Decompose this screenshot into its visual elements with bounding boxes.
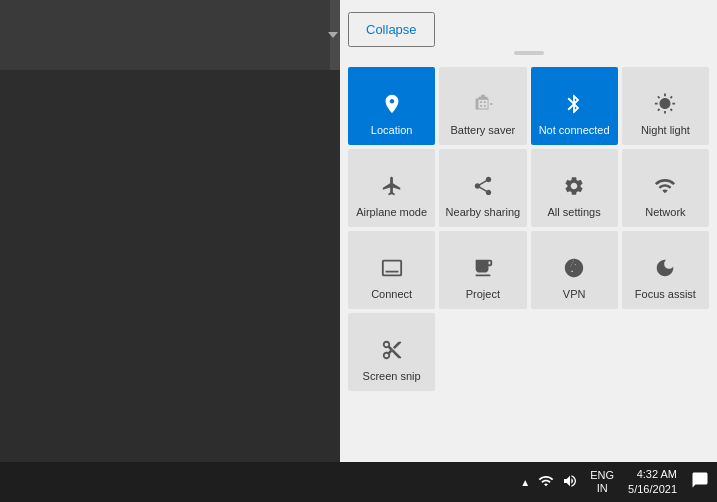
location-label: Location bbox=[371, 124, 413, 137]
tile-connect[interactable]: Connect bbox=[348, 231, 435, 309]
network-label: Network bbox=[645, 206, 685, 219]
all-settings-label: All settings bbox=[548, 206, 601, 219]
taskbar-language[interactable]: ENG IN bbox=[586, 469, 618, 495]
night-light-icon bbox=[654, 90, 676, 118]
tile-nearby-sharing[interactable]: Nearby sharing bbox=[439, 149, 526, 227]
battery-saver-icon bbox=[472, 90, 494, 118]
vpn-icon bbox=[563, 254, 585, 282]
taskbar-right-area: ▲ ENG IN 4:32 AM 5/16/2021 bbox=[520, 467, 713, 498]
tile-vpn[interactable]: VPN bbox=[531, 231, 618, 309]
scrollbar[interactable] bbox=[330, 0, 340, 70]
tile-not-connected[interactable]: Not connected bbox=[531, 67, 618, 145]
tile-screen-snip[interactable]: Screen snip bbox=[348, 313, 435, 391]
taskbar-notification-icon[interactable] bbox=[687, 469, 713, 495]
taskbar-time-display: 4:32 AM bbox=[637, 467, 677, 482]
taskbar-lang-label: ENG bbox=[590, 469, 614, 482]
drag-handle bbox=[514, 51, 544, 55]
nearby-sharing-icon bbox=[472, 172, 494, 200]
battery-saver-label: Battery saver bbox=[450, 124, 515, 137]
tile-network[interactable]: Network bbox=[622, 149, 709, 227]
screen-snip-label: Screen snip bbox=[363, 370, 421, 383]
screen-snip-icon bbox=[381, 336, 403, 364]
tile-location[interactable]: Location bbox=[348, 67, 435, 145]
tile-focus-assist[interactable]: Focus assist bbox=[622, 231, 709, 309]
location-icon bbox=[381, 90, 403, 118]
left-panel-top bbox=[0, 0, 340, 70]
night-light-label: Night light bbox=[641, 124, 690, 137]
focus-assist-icon bbox=[654, 254, 676, 282]
bluetooth-icon bbox=[563, 90, 585, 118]
network-icon bbox=[654, 172, 676, 200]
tile-airplane-mode[interactable]: Airplane mode bbox=[348, 149, 435, 227]
airplane-mode-label: Airplane mode bbox=[356, 206, 427, 219]
connect-label: Connect bbox=[371, 288, 412, 301]
action-center: Collapse Location Battery saver bbox=[340, 0, 717, 502]
nearby-sharing-label: Nearby sharing bbox=[446, 206, 521, 219]
not-connected-label: Not connected bbox=[539, 124, 610, 137]
taskbar-date-display: 5/16/2021 bbox=[628, 482, 677, 497]
taskbar-system-icons bbox=[536, 471, 580, 494]
collapse-button[interactable]: Collapse bbox=[348, 12, 435, 47]
taskbar-network-icon[interactable] bbox=[536, 471, 556, 494]
settings-icon bbox=[563, 172, 585, 200]
tile-battery-saver[interactable]: Battery saver bbox=[439, 67, 526, 145]
system-tray-expand[interactable]: ▲ bbox=[520, 477, 530, 488]
left-panel bbox=[0, 0, 340, 502]
taskbar-volume-icon[interactable] bbox=[560, 471, 580, 494]
vpn-label: VPN bbox=[563, 288, 586, 301]
focus-assist-label: Focus assist bbox=[635, 288, 696, 301]
taskbar-lang-sub: IN bbox=[597, 482, 608, 495]
tile-all-settings[interactable]: All settings bbox=[531, 149, 618, 227]
tile-night-light[interactable]: Night light bbox=[622, 67, 709, 145]
airplane-icon bbox=[381, 172, 403, 200]
taskbar: ▲ ENG IN 4:32 AM 5/16/2021 bbox=[0, 462, 717, 502]
project-icon bbox=[472, 254, 494, 282]
tiles-grid: Location Battery saver Not connected bbox=[340, 67, 717, 399]
tile-project[interactable]: Project bbox=[439, 231, 526, 309]
connect-icon bbox=[381, 254, 403, 282]
taskbar-clock[interactable]: 4:32 AM 5/16/2021 bbox=[624, 467, 681, 498]
project-label: Project bbox=[466, 288, 500, 301]
